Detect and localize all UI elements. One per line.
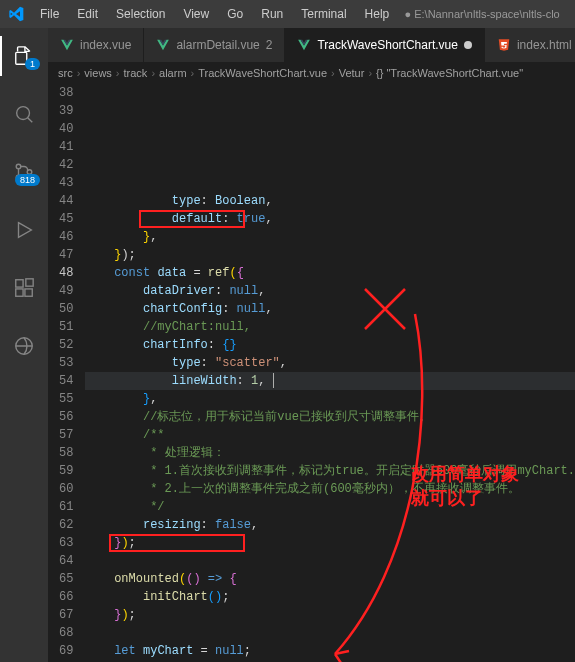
code-content[interactable]: type: Boolean, default: true, }, }); con… (85, 84, 575, 662)
menu-item-selection[interactable]: Selection (108, 3, 173, 25)
tab-label: TrackWaveShortChart.vue (317, 38, 458, 52)
scm-badge: 818 (15, 174, 40, 186)
code-line[interactable]: //标志位，用于标记当前vue已接收到尺寸调整事件。 (85, 408, 575, 426)
menu-item-go[interactable]: Go (219, 3, 251, 25)
vue-file-icon (297, 38, 311, 52)
code-line[interactable]: * 1.首次接收到调整事件，标记为true。开启定时器600毫秒后调用myCha… (85, 462, 575, 480)
code-line[interactable]: type: Boolean, (85, 192, 575, 210)
source-control-icon[interactable]: 818 (0, 152, 48, 192)
code-line[interactable]: chartConfig: null, (85, 300, 575, 318)
code-line[interactable]: initChart(); (85, 588, 575, 606)
chevron-right-icon: › (331, 67, 335, 79)
breadcrumb[interactable]: src›views›track›alarm›TrackWaveShortChar… (48, 62, 575, 84)
code-line[interactable] (85, 624, 575, 642)
run-debug-icon[interactable] (0, 210, 48, 250)
tab-index-vue[interactable]: index.vue (48, 28, 144, 62)
code-line[interactable]: chartInfo: {} (85, 336, 575, 354)
menu-item-edit[interactable]: Edit (69, 3, 106, 25)
vue-file-icon (60, 38, 74, 52)
code-line[interactable]: resizing: false, (85, 516, 575, 534)
html-file-icon (497, 38, 511, 52)
extensions-icon[interactable] (0, 268, 48, 308)
code-line[interactable]: let myChart = null; (85, 642, 575, 660)
code-line[interactable]: dataDriver: null, (85, 282, 575, 300)
breadcrumb-segment[interactable]: TrackWaveShortChart.vue (198, 67, 327, 79)
breadcrumb-segment[interactable]: views (84, 67, 112, 79)
code-line[interactable]: /** (85, 426, 575, 444)
svg-point-0 (17, 107, 30, 120)
code-line[interactable]: const data = ref({ (85, 264, 575, 282)
code-line[interactable]: }); (85, 246, 575, 264)
code-line[interactable]: }); (85, 606, 575, 624)
code-line[interactable]: }); (85, 534, 575, 552)
code-line[interactable]: default: true, (85, 210, 575, 228)
menu-item-terminal[interactable]: Terminal (293, 3, 354, 25)
search-icon[interactable] (0, 94, 48, 134)
code-editor[interactable]: 3839404142434445464748495051525354555657… (48, 84, 575, 662)
menu-item-help[interactable]: Help (357, 3, 398, 25)
breadcrumb-segment[interactable]: Vetur (339, 67, 365, 79)
line-gutter: 3839404142434445464748495051525354555657… (48, 84, 85, 662)
menu-item-view[interactable]: View (175, 3, 217, 25)
code-line[interactable]: * 2.上一次的调整事件完成之前(600毫秒内），不再接收调整事件。 (85, 480, 575, 498)
code-line[interactable]: //myChart:null, (85, 318, 575, 336)
main-menu: FileEditSelectionViewGoRunTerminalHelp (32, 3, 397, 25)
code-line[interactable]: }, (85, 228, 575, 246)
tab-count: 2 (266, 38, 273, 52)
code-line[interactable]: * 处理逻辑： (85, 444, 575, 462)
chevron-right-icon: › (151, 67, 155, 79)
breadcrumb-segment[interactable]: track (124, 67, 148, 79)
tab-label: alarmDetail.vue (176, 38, 259, 52)
code-line[interactable]: */ (85, 498, 575, 516)
breadcrumb-segment[interactable]: {} "TrackWaveShortChart.vue" (376, 67, 523, 79)
explorer-badge: 1 (25, 58, 40, 70)
svg-rect-5 (16, 289, 23, 296)
menu-item-run[interactable]: Run (253, 3, 291, 25)
tab-alarmDetail-vue[interactable]: alarmDetail.vue2 (144, 28, 285, 62)
tab-TrackWaveShortChart-vue[interactable]: TrackWaveShortChart.vue (285, 28, 485, 62)
chevron-right-icon: › (116, 67, 120, 79)
tab-label: index.html (517, 38, 572, 52)
code-line[interactable]: onMounted(() => { (85, 570, 575, 588)
title-bar: FileEditSelectionViewGoRunTerminalHelp ●… (0, 0, 575, 28)
vue-file-icon (156, 38, 170, 52)
breadcrumb-segment[interactable]: alarm (159, 67, 187, 79)
menu-item-file[interactable]: File (32, 3, 67, 25)
chevron-right-icon: › (77, 67, 81, 79)
code-line[interactable]: }, (85, 390, 575, 408)
svg-rect-6 (25, 289, 32, 296)
window-title: ● E:\Nannar\nltls-space\nltls-clo (397, 8, 567, 20)
svg-rect-4 (16, 280, 23, 287)
tab-dirty-icon (464, 41, 472, 49)
vscode-icon (8, 6, 24, 22)
chevron-right-icon: › (191, 67, 195, 79)
editor-tabs: index.vuealarmDetail.vue2TrackWaveShortC… (48, 28, 575, 62)
chevron-right-icon: › (368, 67, 372, 79)
breadcrumb-segment[interactable]: src (58, 67, 73, 79)
svg-rect-7 (26, 279, 33, 286)
code-line[interactable]: type: "scatter", (85, 354, 575, 372)
explorer-icon[interactable]: 1 (0, 36, 48, 76)
tab-index-html[interactable]: index.html (485, 28, 575, 62)
activity-bar: 1 818 (0, 28, 48, 662)
code-line[interactable]: lineWidth: 1, (85, 372, 575, 390)
remote-icon[interactable] (0, 326, 48, 366)
code-line[interactable] (85, 552, 575, 570)
editor-area: index.vuealarmDetail.vue2TrackWaveShortC… (48, 28, 575, 662)
svg-point-1 (16, 164, 21, 169)
tab-label: index.vue (80, 38, 131, 52)
